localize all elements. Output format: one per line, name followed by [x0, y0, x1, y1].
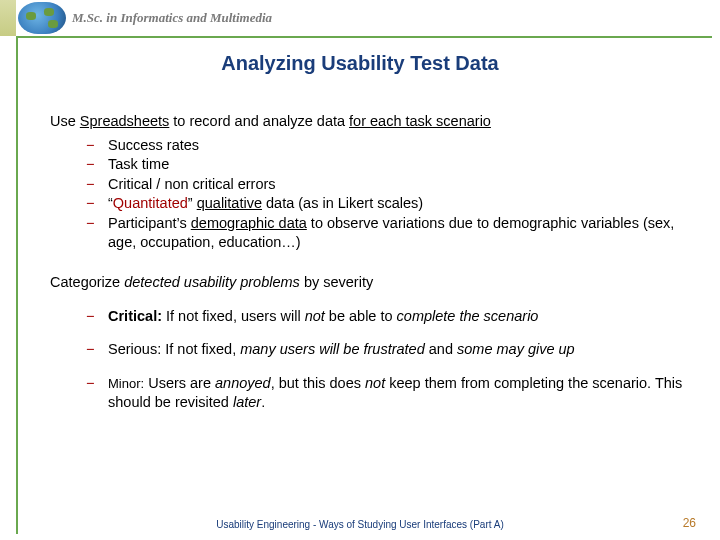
list-text: Participant’s demographic data to observ…: [108, 214, 690, 253]
text-italic: some may give up: [457, 341, 575, 357]
globe-icon: [18, 2, 66, 34]
text-underline: Spreadsheets: [80, 113, 169, 129]
list-text: Critical: If not fixed, users will not b…: [108, 307, 690, 327]
intro-line: Use Spreadsheets to record and analyze d…: [50, 112, 690, 132]
slide-body: Use Spreadsheets to record and analyze d…: [50, 112, 690, 427]
list-item: − Minor: Users are annoyed, but this doe…: [86, 374, 690, 413]
text-italic: not: [365, 375, 385, 391]
page-number: 26: [683, 516, 696, 530]
list-text: Task time: [108, 155, 690, 175]
list-text: Serious: If not fixed, many users will b…: [108, 340, 690, 360]
bullet-dash: −: [86, 175, 108, 195]
text: by severity: [300, 274, 373, 290]
text-underline: qualitative: [197, 195, 262, 211]
list-item: −Success rates: [86, 136, 690, 156]
severity-list: − Critical: If not fixed, users will not…: [86, 307, 690, 413]
footer: Usability Engineering - Ways of Studying…: [24, 519, 696, 530]
bullet-dash: −: [86, 214, 108, 253]
list-item: − Serious: If not fixed, many users will…: [86, 340, 690, 360]
list-text: Minor: Users are annoyed, but this does …: [108, 374, 690, 413]
bullet-dash: −: [86, 307, 108, 327]
text-underline: for each task scenario: [349, 113, 491, 129]
bullet-list: −Success rates −Task time −Critical / no…: [86, 136, 690, 253]
text-italic: later: [233, 394, 261, 410]
text-italic: annoyed: [215, 375, 271, 391]
text: and: [425, 341, 457, 357]
list-text: “Quantitated” qualitative data (as in Li…: [108, 194, 690, 214]
bullet-dash: −: [86, 194, 108, 214]
categorize-line: Categorize detected usability problems b…: [50, 273, 690, 293]
list-item: − Critical: If not fixed, users will not…: [86, 307, 690, 327]
text-italic: not: [305, 308, 325, 324]
text-italic: many users will be frustrated: [240, 341, 425, 357]
list-item: −Critical / non critical errors: [86, 175, 690, 195]
text: .: [261, 394, 265, 410]
list-item: −Participant’s demographic data to obser…: [86, 214, 690, 253]
text-italic: detected usability problems: [124, 274, 300, 290]
text: Categorize: [50, 274, 124, 290]
text: , but this does: [271, 375, 365, 391]
bullet-dash: −: [86, 136, 108, 156]
text: Use: [50, 113, 80, 129]
slide-title: Analyzing Usability Test Data: [24, 52, 696, 75]
bullet-dash: −: [86, 374, 108, 413]
divider-vertical: [16, 36, 18, 534]
text: If not fixed, users will: [162, 308, 305, 324]
text: ”: [188, 195, 197, 211]
list-text: Success rates: [108, 136, 690, 156]
bullet-dash: −: [86, 340, 108, 360]
severity-serious: Serious:: [108, 341, 161, 357]
list-text: Critical / non critical errors: [108, 175, 690, 195]
text-underline: demographic data: [191, 215, 307, 231]
text-red: Quantitated: [113, 195, 188, 211]
text-italic: complete the scenario: [397, 308, 539, 324]
severity-critical: Critical:: [108, 308, 162, 324]
text: Users are: [144, 375, 215, 391]
text: to record and analyze data: [169, 113, 349, 129]
severity-minor: Minor:: [108, 376, 144, 391]
text: be able to: [325, 308, 397, 324]
side-strip: [0, 0, 16, 36]
text: Participant’s: [108, 215, 191, 231]
program-title: M.Sc. in Informatics and Multimedia: [72, 10, 272, 26]
header: M.Sc. in Informatics and Multimedia: [18, 0, 720, 36]
divider-horizontal: [18, 36, 712, 38]
list-item: −“Quantitated” qualitative data (as in L…: [86, 194, 690, 214]
text: If not fixed,: [161, 341, 240, 357]
bullet-dash: −: [86, 155, 108, 175]
list-item: −Task time: [86, 155, 690, 175]
text: data (as in Likert scales): [262, 195, 423, 211]
